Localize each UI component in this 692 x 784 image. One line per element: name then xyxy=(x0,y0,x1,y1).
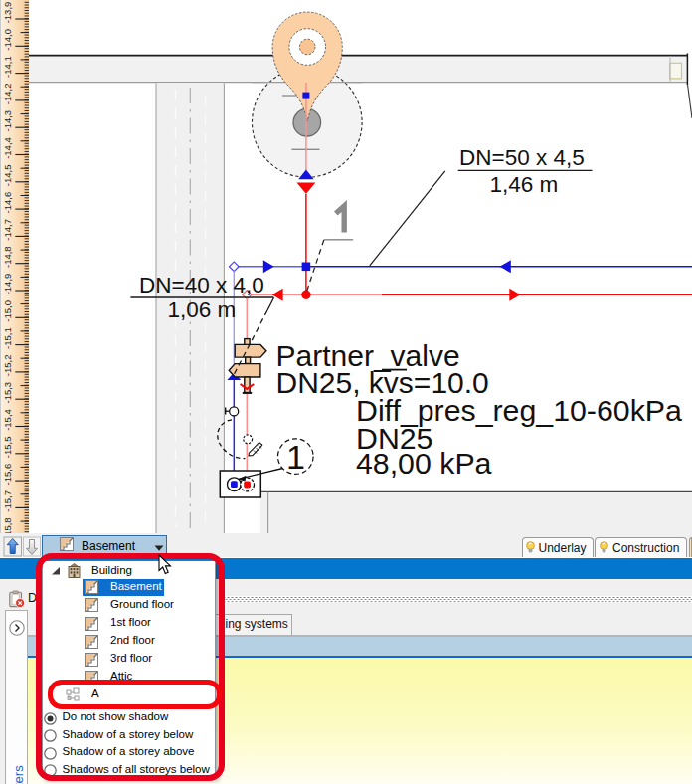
svg-text:-15,1: -15,1 xyxy=(2,327,13,349)
svg-text:-15,0: -15,0 xyxy=(2,300,13,322)
svg-text:-15,6: -15,6 xyxy=(2,464,13,486)
svg-text:-14,7: -14,7 xyxy=(2,219,13,241)
svg-text:-14,8: -14,8 xyxy=(2,246,13,268)
svg-text:-15,2: -15,2 xyxy=(2,355,13,377)
svg-text:-14,5: -14,5 xyxy=(2,164,13,186)
svg-text:-14,1: -14,1 xyxy=(2,56,13,78)
svg-text:-14,2: -14,2 xyxy=(2,84,13,105)
svg-text:DN=50 x 4,5: DN=50 x 4,5 xyxy=(459,145,585,170)
svg-text:-15,4: -15,4 xyxy=(2,409,13,431)
svg-text:-15,3: -15,3 xyxy=(2,382,13,404)
svg-text:1,46 m: 1,46 m xyxy=(490,172,559,197)
svg-text:1,06 m: 1,06 m xyxy=(168,297,237,322)
svg-text:1: 1 xyxy=(286,438,305,476)
svg-text:-15,8: -15,8 xyxy=(2,517,13,533)
svg-text:DN=40 x 4,0: DN=40 x 4,0 xyxy=(139,273,264,297)
svg-text:-14,3: -14,3 xyxy=(2,110,13,132)
svg-text:-14,6: -14,6 xyxy=(2,192,13,214)
svg-text:-15,5: -15,5 xyxy=(2,436,13,458)
svg-text:-14,4: -14,4 xyxy=(2,137,13,159)
svg-text:-14,0: -14,0 xyxy=(2,29,13,51)
svg-text:-14,9: -14,9 xyxy=(2,274,13,295)
svg-text:48,00 kPa: 48,00 kPa xyxy=(356,447,492,480)
svg-text:-13,9: -13,9 xyxy=(2,2,13,24)
svg-text:-15,7: -15,7 xyxy=(2,490,13,512)
